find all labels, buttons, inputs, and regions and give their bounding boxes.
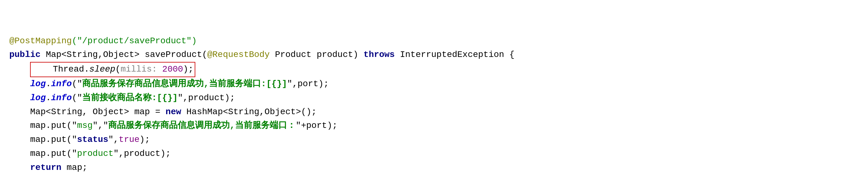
highlighted-code-line: Thread.sleep(millis: 2000); (30, 62, 195, 77)
code-line: map.put("msg","商品服务保存商品信息调用成功,当前服务端口："+p… (9, 119, 859, 133)
code-line: @PostMapping("/product/saveProduct") (9, 34, 859, 48)
code-line: map.put("product",product); (9, 147, 859, 161)
code-line: log.info("当前接收商品名称:[{}]",product); (9, 91, 859, 105)
code-line: Thread.sleep(millis: 2000); (9, 62, 859, 77)
code-line: return map; (9, 161, 859, 173)
code-line: public Map<String,Object> saveProduct(@R… (9, 48, 859, 62)
code-line: map.put("status",true); (9, 133, 859, 147)
code-line: log.info("商品服务保存商品信息调用成功,当前服务端口:[{}]",po… (9, 77, 859, 91)
code-line: Map<String, Object> map = new HashMap<St… (9, 105, 859, 119)
code-editor: @PostMapping("/product/saveProduct")publ… (9, 6, 859, 173)
